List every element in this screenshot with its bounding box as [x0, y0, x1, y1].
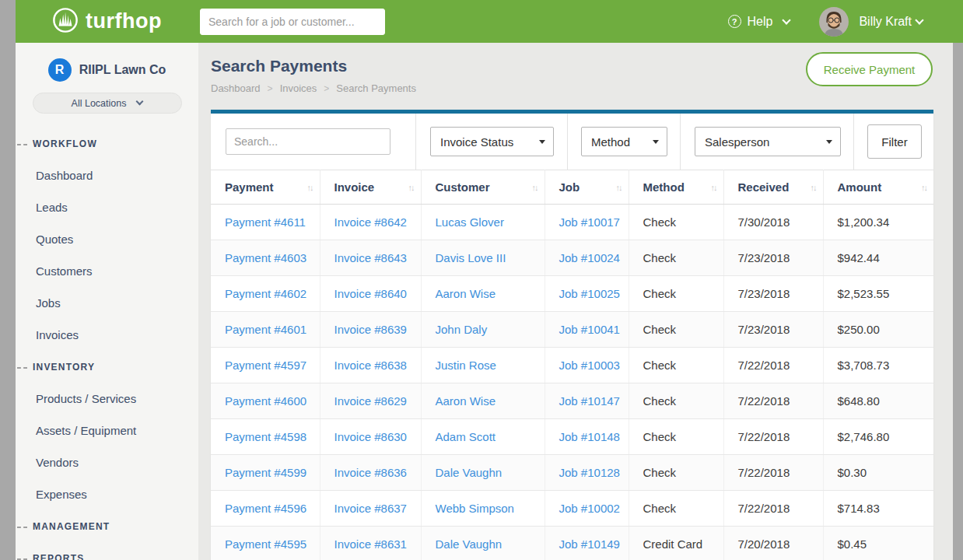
global-search-input[interactable] [200, 9, 385, 35]
top-bar: turfhop ? Help Billy Kraft [16, 0, 963, 43]
sidebar-item-leads[interactable]: Leads [16, 191, 198, 223]
invoice-link[interactable]: Invoice #8636 [334, 466, 407, 479]
customer-link[interactable]: Dale Vaughn [436, 537, 503, 551]
customer-link[interactable]: Aaron Wise [436, 394, 496, 408]
method-cell: Check [643, 502, 677, 515]
job-link[interactable]: Job #10025 [559, 287, 620, 300]
job-link[interactable]: Job #10017 [559, 215, 620, 229]
salesperson-select[interactable]: Salesperson [695, 127, 841, 156]
column-header-method[interactable]: Method↑↓ [629, 170, 723, 205]
invoice-link[interactable]: Invoice #8640 [334, 287, 407, 300]
invoice-status-select[interactable]: Invoice Status [430, 127, 554, 156]
sidebar-item-quotes[interactable]: Quotes [16, 223, 198, 255]
breadcrumb-dashboard[interactable]: Dashboard [211, 82, 261, 94]
filter-salesperson-group: Salesperson [681, 114, 854, 170]
sidebar-item-vendors[interactable]: Vendors [16, 446, 198, 478]
table-row: Payment #4603 Invoice #8643 Davis Love I… [211, 240, 933, 276]
sidebar-section-header: INVENTORY [16, 351, 198, 383]
sidebar-section-label: INVENTORY [33, 362, 95, 373]
customer-link[interactable]: Justin Rose [436, 359, 496, 372]
payment-link[interactable]: Payment #4598 [225, 430, 306, 443]
invoice-link[interactable]: Invoice #8637 [334, 502, 407, 515]
customer-link[interactable]: Dale Vaughn [436, 466, 503, 479]
receive-payment-button[interactable]: Receive Payment [806, 52, 933, 86]
job-link[interactable]: Job #10149 [559, 537, 620, 551]
payment-link[interactable]: Payment #4600 [225, 394, 306, 408]
job-link[interactable]: Job #10148 [559, 430, 620, 443]
breadcrumb-invoices[interactable]: Invoices [280, 82, 317, 94]
job-link[interactable]: Job #10128 [559, 466, 620, 479]
sort-icon[interactable]: ↑↓ [711, 183, 716, 192]
sidebar-item-assets-equipment[interactable]: Assets / Equipment [16, 415, 198, 446]
payments-table: Payment↑↓ Invoice↑↓ Customer↑↓ Job↑↓ Met… [211, 170, 933, 560]
sort-icon[interactable]: ↑↓ [408, 183, 414, 192]
customer-link[interactable]: Webb Simpson [436, 502, 514, 515]
customer-link[interactable]: Davis Love III [436, 251, 506, 264]
sidebar-item-expenses[interactable]: Expenses [16, 478, 198, 510]
payment-link[interactable]: Payment #4595 [225, 537, 306, 551]
job-link[interactable]: Job #10147 [559, 394, 620, 408]
customer-link[interactable]: Adam Scott [436, 430, 496, 443]
user-name: Billy Kraft [859, 15, 912, 29]
invoice-link[interactable]: Invoice #8629 [334, 394, 407, 408]
dashes-icon [17, 367, 27, 369]
sidebar-item-customers[interactable]: Customers [16, 255, 198, 287]
column-header-invoice[interactable]: Invoice↑↓ [320, 170, 421, 205]
sort-icon[interactable]: ↑↓ [616, 183, 622, 192]
column-header-received[interactable]: Received↑↓ [723, 170, 823, 205]
sort-icon[interactable]: ↑↓ [307, 183, 313, 192]
payment-link[interactable]: Payment #4602 [225, 287, 306, 300]
payments-search-input[interactable] [226, 128, 390, 155]
method-select[interactable]: Method [581, 127, 667, 156]
payment-link[interactable]: Payment #4597 [225, 359, 306, 372]
page-header: Search Payments Dashboard > Invoices > S… [198, 43, 943, 94]
job-link[interactable]: Job #10003 [559, 359, 620, 372]
job-link[interactable]: Job #10041 [559, 323, 620, 336]
job-link[interactable]: Job #10024 [559, 251, 620, 264]
customer-link[interactable]: Lucas Glover [436, 215, 504, 229]
user-avatar[interactable] [819, 7, 849, 37]
customer-link[interactable]: Aaron Wise [436, 287, 496, 300]
sidebar-item-products-services[interactable]: Products / Services [16, 383, 198, 415]
sort-icon[interactable]: ↑↓ [921, 183, 926, 192]
dashes-icon [17, 144, 27, 145]
sort-icon[interactable]: ↑↓ [811, 183, 816, 192]
column-header-amount[interactable]: Amount↑↓ [823, 170, 933, 205]
invoice-link[interactable]: Invoice #8631 [334, 537, 407, 551]
payment-link[interactable]: Payment #4596 [225, 502, 306, 515]
amount-cell: $3,708.73 [838, 359, 890, 372]
column-header-job[interactable]: Job↑↓ [545, 170, 629, 205]
sort-icon[interactable]: ↑↓ [532, 183, 538, 192]
page-scrollbar[interactable] [953, 43, 963, 560]
amount-cell: $250.00 [838, 323, 880, 336]
job-link[interactable]: Job #10002 [559, 502, 620, 515]
turfhop-grass-icon [52, 7, 79, 37]
invoice-link[interactable]: Invoice #8643 [334, 251, 407, 264]
table-row: Payment #4611 Invoice #8642 Lucas Glover… [211, 205, 933, 240]
payment-link[interactable]: Payment #4611 [225, 215, 306, 229]
method-cell: Check [643, 359, 677, 372]
user-menu[interactable]: Billy Kraft [859, 15, 923, 29]
sidebar-section-header: WORKFLOW [16, 128, 198, 159]
invoice-link[interactable]: Invoice #8638 [334, 359, 407, 372]
customer-link[interactable]: John Daly [436, 323, 488, 336]
sidebar-item-jobs[interactable]: Jobs [16, 287, 198, 319]
sidebar-item-invoices[interactable]: Invoices [16, 319, 198, 351]
brand-logo[interactable]: turfhop [16, 7, 198, 37]
location-selector[interactable]: All Locations [33, 93, 182, 114]
company-selector[interactable]: R RIIPL Lawn Co [16, 43, 198, 82]
column-header-payment[interactable]: Payment↑↓ [211, 170, 320, 205]
payment-link[interactable]: Payment #4599 [225, 466, 306, 479]
sidebar-item-dashboard[interactable]: Dashboard [16, 159, 198, 191]
column-header-customer[interactable]: Customer↑↓ [421, 170, 545, 205]
payment-link[interactable]: Payment #4601 [225, 323, 306, 336]
invoice-link[interactable]: Invoice #8642 [334, 215, 407, 229]
salesperson-value: Salesperson [705, 135, 769, 149]
received-cell: 7/22/2018 [738, 466, 790, 479]
invoice-link[interactable]: Invoice #8639 [334, 323, 407, 336]
filter-button[interactable]: Filter [867, 124, 922, 159]
invoice-link[interactable]: Invoice #8630 [334, 430, 407, 443]
help-menu[interactable]: ? Help [728, 15, 790, 29]
payment-link[interactable]: Payment #4603 [225, 251, 306, 264]
received-cell: 7/30/2018 [738, 215, 790, 229]
